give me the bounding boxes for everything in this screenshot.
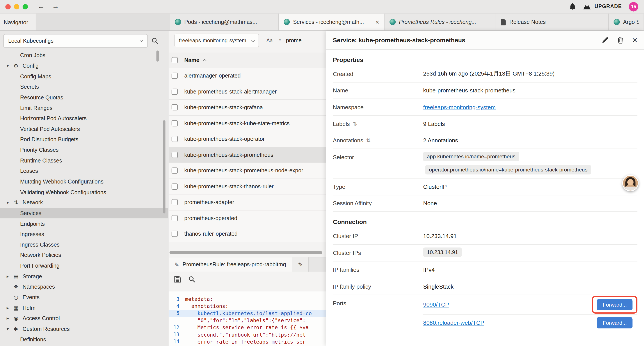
row-checkbox[interactable] <box>172 215 178 221</box>
sidebar-item-port-forwarding[interactable]: Port Forwarding <box>0 261 168 271</box>
sidebar-item-label: Network Policies <box>20 252 61 258</box>
sidebar-item-ingress-classes[interactable]: Ingress Classes <box>0 240 168 250</box>
sidebar-item-priority-classes[interactable]: Priority Classes <box>0 145 168 155</box>
sidebar-item-ingresses[interactable]: Ingresses <box>0 229 168 240</box>
expand-arrow-icon[interactable]: ▸ <box>6 316 14 321</box>
dock-tab-partial[interactable]: ✎ <box>292 257 309 272</box>
row-checkbox[interactable] <box>172 199 178 205</box>
sidebar-item-validating-webhook-configurations[interactable]: Validating Webhook Configurations <box>0 187 168 197</box>
drawer-body: PropertiesCreated253d 16h 6m ago (2025年1… <box>326 50 644 346</box>
search-icon[interactable] <box>188 276 195 283</box>
kubeconfig-selector[interactable]: Local Kubeconfigs <box>3 34 148 47</box>
sidebar-item-custom-resources[interactable]: ▾✱Custom Resources <box>0 324 168 334</box>
sidebar-item-definitions[interactable]: Definitions <box>0 334 168 345</box>
scrollbar-thumb[interactable] <box>170 251 322 254</box>
tab-release-notes[interactable]: Release Notes <box>496 13 609 30</box>
expand-arrow-icon[interactable]: ▸ <box>6 305 14 311</box>
port-link[interactable]: 9090/TCP <box>423 301 449 308</box>
sidebar-item-secrets[interactable]: Secrets <box>0 82 168 92</box>
property-row-name: Namekube-prometheus-stack-prometheus <box>333 82 638 99</box>
select-all-checkbox[interactable] <box>172 57 178 63</box>
search-input[interactable]: prome <box>286 37 302 43</box>
tab-close-icon[interactable]: × <box>376 18 379 26</box>
ports-list: 9090/TCPForward...8080:reloader-web/TCPF… <box>423 295 638 331</box>
sidebar-item-events[interactable]: ◷Events <box>0 292 168 303</box>
horizontal-scrollbar[interactable] <box>170 251 326 255</box>
name-column-header[interactable]: Name <box>184 57 206 63</box>
collapse-arrow-icon[interactable]: ▾ <box>6 326 14 332</box>
row-checkbox[interactable] <box>172 136 178 142</box>
namespace-link[interactable]: freeleaps-monitoring-system <box>423 104 496 110</box>
line-text: metadata: <box>185 296 213 302</box>
tab-argo-se[interactable]: Argo Se <box>609 13 644 30</box>
forward-button[interactable]: Forward... <box>597 299 632 310</box>
scrollbar-thumb[interactable] <box>163 120 165 213</box>
tab-pods-icecheng-mathmas[interactable]: Pods - icecheng@mathmas... <box>170 13 278 30</box>
sidebar-item-cron-jobs[interactable]: Cron Jobs <box>0 50 168 61</box>
collapse-arrow-icon[interactable]: ▾ <box>6 63 14 68</box>
kubernetes-cluster-icon <box>614 19 620 25</box>
sidebar-item-endpoints[interactable]: Endpoints <box>0 219 168 229</box>
tab-prometheus-rules-icecheng[interactable]: Prometheus Rules - icecheng... <box>385 13 496 30</box>
line-text: error rate in freeleaps metrics ser <box>185 339 306 345</box>
sidebar-item-mutating-webhook-configurations[interactable]: Mutating Webhook Configurations <box>0 176 168 187</box>
sidebar-item-label: Config Maps <box>20 73 51 79</box>
back-arrow-icon[interactable]: ← <box>38 2 45 10</box>
row-checkbox[interactable] <box>172 168 178 174</box>
sidebar-item-network[interactable]: ▾⇅Network <box>0 197 168 208</box>
sidebar-item-vertical-pod-autoscalers[interactable]: Vertical Pod Autoscalers <box>0 124 168 134</box>
sidebar-item-namespaces[interactable]: ❖Namespaces <box>0 282 168 292</box>
port-link[interactable]: 8080:reloader-web/TCP <box>423 320 484 326</box>
sidebar-item-storage[interactable]: ▸▤Storage <box>0 271 168 282</box>
sidebar-item-resource-quotas[interactable]: Resource Quotas <box>0 92 168 103</box>
chevron-down-icon <box>140 38 144 42</box>
property-label: Session Affinity <box>333 200 423 207</box>
user-avatar[interactable] <box>622 175 639 191</box>
row-checkbox[interactable] <box>172 120 178 126</box>
expand-arrow-icon[interactable]: ▸ <box>6 274 14 279</box>
search-icon[interactable] <box>152 37 158 44</box>
namespace-filter-dropdown[interactable]: freeleaps-monitoring-system <box>174 34 259 47</box>
forward-button[interactable]: Forward... <box>597 317 632 329</box>
dock-tab-prometheusrule[interactable]: ✎ PrometheusRule: freeleaps-prod-rabbitm… <box>169 257 292 272</box>
row-checkbox[interactable] <box>172 231 178 237</box>
sidebar-item-config-maps[interactable]: Config Maps <box>0 71 168 82</box>
upgrade-button[interactable]: UPGRADE <box>583 3 622 10</box>
sidebar-item-runtime-classes[interactable]: Runtime Classes <box>0 155 168 166</box>
badge-list: 10.233.14.91 <box>423 245 462 261</box>
row-checkbox[interactable] <box>172 73 178 79</box>
sort-toggle-icon[interactable]: ⇅ <box>353 121 357 127</box>
property-label-text: Cluster IPs <box>333 250 361 256</box>
zoom-window-button[interactable] <box>22 4 28 9</box>
notifications-bell-icon[interactable] <box>570 3 576 10</box>
sidebar-item-services[interactable]: Services <box>0 208 168 219</box>
tab-services-icecheng-math[interactable]: Services - icecheng@math...× <box>278 13 384 30</box>
row-checkbox[interactable] <box>172 88 178 95</box>
collapse-arrow-icon[interactable]: ▾ <box>6 200 14 205</box>
scrollbar-thumb[interactable] <box>156 50 159 62</box>
edit-icon[interactable] <box>602 36 609 43</box>
sidebar-item-pod-disruption-budgets[interactable]: Pod Disruption Budgets <box>0 134 168 145</box>
row-checkbox[interactable] <box>172 152 178 158</box>
sidebar-item-leases[interactable]: Leases <box>0 166 168 176</box>
sidebar-item-helm[interactable]: ▸▦Helm <box>0 303 168 313</box>
regex-toggle[interactable]: .* <box>278 37 281 43</box>
match-case-toggle[interactable]: Aa <box>266 37 273 43</box>
sidebar-item-access-control[interactable]: ▸◉Access Control <box>0 313 168 324</box>
sidebar-item-horizontal-pod-autoscalers[interactable]: Horizontal Pod Autoscalers <box>0 113 168 124</box>
close-icon[interactable]: × <box>632 35 638 44</box>
sidebar-item-network-policies[interactable]: Network Policies <box>0 250 168 261</box>
notification-count-badge[interactable]: 15 <box>629 2 638 11</box>
row-checkbox[interactable] <box>172 183 178 189</box>
forward-arrow-icon[interactable]: → <box>52 2 59 10</box>
delete-icon[interactable] <box>618 36 624 43</box>
close-window-button[interactable] <box>5 4 10 9</box>
row-checkbox[interactable] <box>172 104 178 111</box>
save-icon[interactable] <box>174 276 181 283</box>
minimize-window-button[interactable] <box>14 4 19 9</box>
sort-toggle-icon[interactable]: ⇅ <box>366 137 370 143</box>
sidebar-item-limit-ranges[interactable]: Limit Ranges <box>0 103 168 113</box>
sidebar-item-config[interactable]: ▾⚙Config <box>0 61 168 71</box>
namespace-filter-value: freeleaps-monitoring-system <box>179 37 246 43</box>
sidebar-item-label: Mutating Webhook Configurations <box>20 178 104 185</box>
